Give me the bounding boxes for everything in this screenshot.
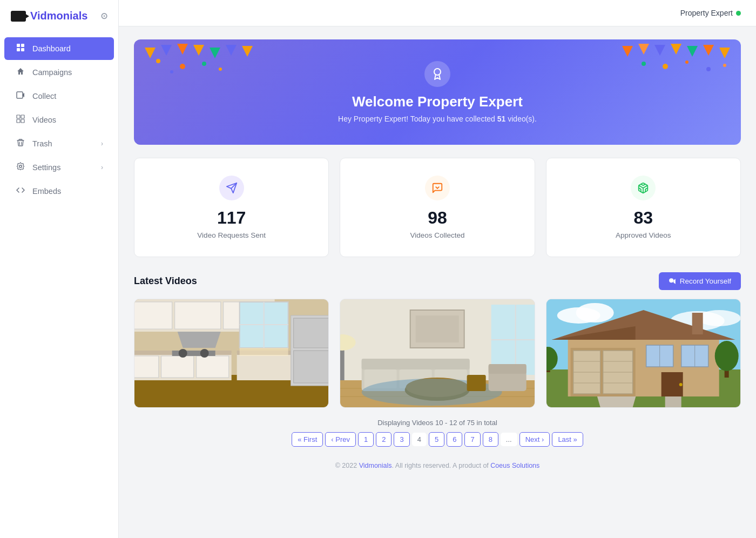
logo-icon <box>11 11 26 22</box>
trash-icon <box>15 138 26 149</box>
sidebar-item-campaigns[interactable]: Campaigns <box>4 61 114 84</box>
svg-rect-111 <box>692 313 703 334</box>
svg-point-30 <box>685 60 688 64</box>
svg-point-28 <box>642 62 646 66</box>
svg-rect-61 <box>240 348 288 356</box>
next-page-button[interactable]: Next › <box>519 432 550 447</box>
pagination-dots: ... <box>501 433 517 446</box>
sidebar-item-trash-label: Trash <box>32 139 52 148</box>
svg-point-52 <box>200 349 209 358</box>
page-5-button[interactable]: 5 <box>429 432 444 447</box>
welcome-subtitle: Hey Property Expert! Today you have coll… <box>145 115 730 123</box>
svg-marker-9 <box>145 48 156 58</box>
page-1-button[interactable]: 1 <box>358 432 374 447</box>
svg-rect-84 <box>467 375 486 391</box>
settings-gear-icon[interactable]: ⊙ <box>100 11 107 21</box>
footer-brand-link[interactable]: Vidmonials <box>359 462 392 469</box>
svg-rect-7 <box>17 119 20 123</box>
svg-marker-27 <box>719 48 730 58</box>
svg-rect-116 <box>665 396 681 407</box>
sidebar-item-dashboard-label: Dashboard <box>32 44 71 53</box>
welcome-title: Welcome Property Expert <box>145 93 730 110</box>
stats-grid: 117 Video Requests Sent 98 Videos Collec… <box>134 158 741 257</box>
last-page-button[interactable]: Last » <box>552 432 583 447</box>
approved-label: Approved Videos <box>557 231 730 239</box>
sidebar-item-collect[interactable]: Collect <box>4 85 114 107</box>
sidebar-item-videos-label: Videos <box>32 116 56 124</box>
svg-point-29 <box>663 64 668 69</box>
section-header: Latest Videos Record Yourself <box>134 272 741 290</box>
video-thumb-2 <box>340 299 534 407</box>
stat-card-collected: 98 Videos Collected <box>340 158 535 257</box>
svg-point-33 <box>434 69 441 75</box>
svg-rect-42 <box>134 356 159 378</box>
page-6-button[interactable]: 6 <box>447 432 462 447</box>
svg-rect-1 <box>21 44 24 47</box>
svg-point-108 <box>679 383 682 386</box>
sidebar-item-videos[interactable]: Videos <box>4 109 114 131</box>
svg-point-37 <box>669 278 673 283</box>
record-yourself-button[interactable]: Record Yourself <box>659 272 741 290</box>
svg-marker-26 <box>703 45 714 56</box>
online-status-dot <box>736 11 741 16</box>
approved-count: 83 <box>557 208 730 228</box>
prev-page-button[interactable]: ‹ Prev <box>325 432 356 447</box>
svg-point-19 <box>170 70 173 73</box>
svg-rect-43 <box>161 356 194 378</box>
section-title: Latest Videos <box>134 275 197 287</box>
collected-icon <box>425 176 450 200</box>
videos-icon <box>15 115 26 125</box>
collect-icon <box>15 91 26 102</box>
page-7-button[interactable]: 7 <box>464 432 480 447</box>
svg-rect-49 <box>294 351 329 383</box>
video-thumb-1 <box>134 299 328 407</box>
sidebar-item-settings-label: Settings <box>32 163 60 172</box>
svg-marker-10 <box>161 45 172 56</box>
settings-icon <box>15 162 26 173</box>
sidebar-item-dashboard[interactable]: Dashboard <box>4 37 114 60</box>
page-8-button[interactable]: 8 <box>483 432 498 447</box>
svg-point-51 <box>179 349 187 358</box>
collected-count: 98 <box>351 208 523 228</box>
footer-product-link[interactable]: Coeus Solutions <box>490 462 539 469</box>
dashboard-icon <box>15 43 26 54</box>
svg-marker-57 <box>178 332 221 348</box>
sidebar-item-embeds-label: Embeds <box>32 187 61 196</box>
pagination-info: Displaying Videos 10 - 12 of 75 in total <box>134 419 741 427</box>
requests-icon <box>219 176 244 200</box>
user-name: Property Expert <box>680 9 733 17</box>
first-page-button[interactable]: « First <box>292 432 323 447</box>
svg-marker-15 <box>242 46 253 57</box>
user-profile[interactable]: Property Expert <box>680 9 741 17</box>
svg-point-113 <box>714 341 738 371</box>
approved-icon <box>631 176 656 200</box>
svg-rect-8 <box>21 119 24 123</box>
video-card-3[interactable] <box>546 299 741 408</box>
sidebar-item-trash[interactable]: Trash › <box>4 132 114 155</box>
sidebar-nav: Dashboard Campaigns Collect Videos Trash <box>0 32 118 538</box>
sidebar-item-collect-label: Collect <box>32 92 56 100</box>
svg-rect-48 <box>294 318 329 348</box>
campaigns-icon <box>15 67 26 78</box>
svg-rect-68 <box>362 359 470 369</box>
svg-marker-21 <box>622 46 633 57</box>
trash-arrow-icon: › <box>101 140 103 147</box>
topbar: Property Expert <box>119 0 756 26</box>
sidebar-item-settings[interactable]: Settings › <box>4 156 114 179</box>
video-card-1[interactable] <box>134 299 329 408</box>
footer: © 2022 Vidmonials. All rights reserved. … <box>134 462 741 480</box>
page-4-button[interactable]: 4 <box>412 433 427 446</box>
embeds-icon <box>15 186 26 197</box>
video-card-2[interactable] <box>340 299 535 408</box>
logo[interactable]: Vidmonials ⊙ <box>0 0 118 32</box>
sidebar-item-embeds[interactable]: Embeds <box>4 180 114 203</box>
svg-point-87 <box>576 303 613 322</box>
svg-point-32 <box>723 64 726 67</box>
svg-rect-44 <box>197 356 229 378</box>
svg-point-31 <box>706 67 711 71</box>
svg-rect-54 <box>134 302 172 329</box>
page-2-button[interactable]: 2 <box>376 432 392 447</box>
page-3-button[interactable]: 3 <box>394 432 409 447</box>
requests-count: 117 <box>145 208 318 228</box>
page-content: Welcome Property Expert Hey Property Exp… <box>119 26 756 493</box>
